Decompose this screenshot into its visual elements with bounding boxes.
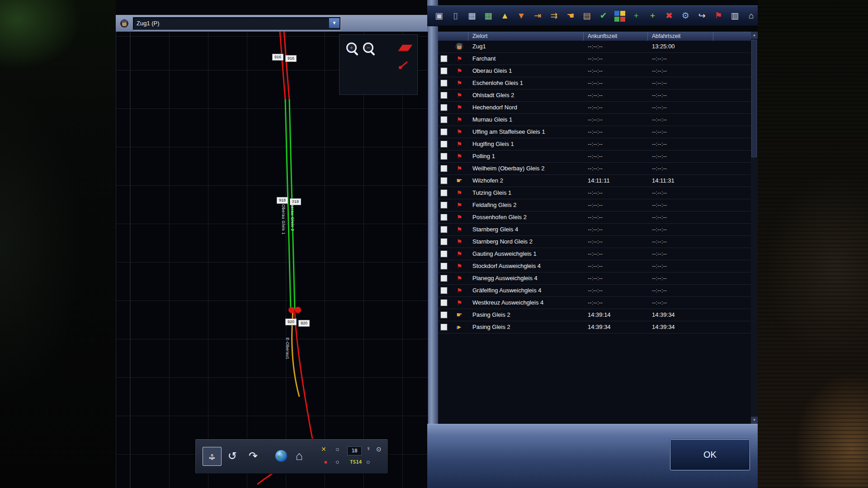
- row-checkbox[interactable]: [440, 153, 448, 160]
- table-row[interactable]: ⚑Polling 1--:--:----:--:--: [438, 150, 751, 163]
- row-checkbox[interactable]: [440, 67, 448, 75]
- checklist-icon[interactable]: ✔: [597, 9, 609, 23]
- departure-time: --:--:--: [652, 214, 667, 221]
- row-checkbox[interactable]: [440, 275, 448, 282]
- add-route-icon[interactable]: +: [646, 9, 659, 23]
- copy-timetable-icon[interactable]: ▤: [580, 9, 593, 23]
- clear-route-icon[interactable]: [398, 45, 413, 52]
- flag-tool-icon[interactable]: ⚑: [712, 9, 725, 23]
- row-checkbox[interactable]: [440, 238, 448, 245]
- table-row[interactable]: ⚑Starnberg Nord Gleis 2--:--:----:--:--: [438, 236, 751, 248]
- import-icon[interactable]: ↪: [696, 9, 708, 23]
- table-row[interactable]: ⚑Starnberg Gleis 4--:--:----:--:--: [438, 224, 751, 236]
- row-checkbox[interactable]: [440, 299, 448, 306]
- row-checkbox[interactable]: [440, 55, 448, 62]
- table-row[interactable]: ⚑Planegg Ausweichgleis 4--:--:----:--:--: [438, 272, 751, 285]
- row-checkbox[interactable]: [440, 202, 448, 209]
- table-row[interactable]: ☛Wilzhofen 214:11:1114:11:31: [438, 175, 751, 187]
- edit-route-icon[interactable]: [398, 58, 410, 70]
- row-checkbox[interactable]: [440, 226, 448, 233]
- scrollbar[interactable]: ▲ ▼: [751, 32, 758, 424]
- grid-large-icon[interactable]: ▦: [482, 9, 495, 23]
- table-row[interactable]: ⚑Gräfelfing Ausweichgleis 4--:--:----:--…: [438, 285, 751, 297]
- table-row[interactable]: ⚑Tutzing Gleis 1--:--:----:--:--: [438, 187, 751, 199]
- pan-icon[interactable]: ↔↕: [203, 447, 222, 466]
- row-checkbox[interactable]: [440, 214, 448, 221]
- row-checkbox[interactable]: [440, 189, 448, 197]
- move-down-icon[interactable]: ▼: [515, 9, 528, 23]
- row-checkbox[interactable]: [440, 287, 448, 294]
- table-row[interactable]: Zug1--:--:--13:25:00: [438, 41, 751, 53]
- home-icon[interactable]: ⌂: [290, 447, 308, 465]
- globe-icon[interactable]: [272, 447, 290, 465]
- move-up-icon[interactable]: ▲: [498, 9, 511, 23]
- row-checkbox[interactable]: [440, 250, 448, 258]
- table-row[interactable]: ⚑Uffing am Staffelsee Gleis 1--:--:----:…: [438, 126, 751, 138]
- row-checkbox[interactable]: [440, 141, 448, 148]
- column-abfahrtszeit[interactable]: Abfahrtszeit: [652, 33, 680, 39]
- rotate-icon[interactable]: ↺: [223, 447, 241, 465]
- row-checkbox[interactable]: [440, 128, 448, 136]
- keys-icon[interactable]: ▥: [728, 9, 741, 23]
- destination-label: Westkreuz Ausweichgleis 4: [472, 299, 543, 306]
- track-map[interactable]: 916 916 918 918 920 920 Oberau Gleis 1 O…: [116, 32, 428, 488]
- jump-icon[interactable]: ↷: [244, 447, 262, 465]
- scroll-down-icon[interactable]: ▼: [751, 417, 758, 424]
- row-checkbox[interactable]: [440, 177, 448, 184]
- table-row[interactable]: ⚑Huglfing Gleis 1--:--:----:--:--: [438, 138, 751, 150]
- flag-icon: ⚑: [455, 201, 463, 209]
- delete-route-icon[interactable]: ✖: [663, 9, 675, 23]
- arrival-time: --:--:--: [588, 80, 603, 86]
- row-checkbox[interactable]: [440, 263, 448, 270]
- table-row[interactable]: ⚑Hechendorf Nord--:--:----:--:--: [438, 102, 751, 114]
- row-checkbox[interactable]: [440, 311, 448, 319]
- table-row[interactable]: ⚑Possenhofen Gleis 2--:--:----:--:--: [438, 211, 751, 224]
- destination-label: Possenhofen Gleis 2: [472, 214, 527, 221]
- row-checkbox[interactable]: [440, 116, 448, 123]
- delete-icon[interactable]: ▯: [449, 9, 462, 23]
- modules-icon[interactable]: [613, 9, 626, 23]
- scroll-thumb[interactable]: [751, 40, 757, 157]
- arrival-time: --:--:--: [588, 67, 603, 74]
- train-selector[interactable]: Zug1 (P) ▼: [133, 17, 340, 30]
- row-checkbox[interactable]: [440, 80, 448, 87]
- arrival-time: --:--:--: [588, 263, 603, 269]
- depot-icon[interactable]: ⌂: [745, 9, 758, 23]
- row-checkbox[interactable]: [440, 92, 448, 99]
- table-row[interactable]: ⚑Westkreuz Ausweichgleis 4--:--:----:--:…: [438, 297, 751, 309]
- column-ankunftszeit[interactable]: Ankunftszeit: [588, 33, 617, 39]
- scroll-up-icon[interactable]: ▲: [751, 32, 758, 39]
- table-row[interactable]: ⚑Eschenlohe Gleis 1--:--:----:--:--: [438, 77, 751, 89]
- table-row[interactable]: ⚑Murnau Gleis 1--:--:----:--:--: [438, 114, 751, 126]
- table-row[interactable]: ⚑Feldafing Gleis 2--:--:----:--:--: [438, 199, 751, 211]
- table-row[interactable]: ►Pasing Gleis 214:39:3414:39:34: [438, 321, 751, 333]
- flag-icon: ⚑: [455, 152, 463, 160]
- grid-small-icon[interactable]: ▦: [466, 9, 478, 23]
- table-row[interactable]: ⚑Farchant--:--:----:--:--: [438, 53, 751, 65]
- route-arrow-icon: ►: [455, 323, 463, 331]
- row-checkbox[interactable]: [440, 324, 448, 331]
- departure-time: --:--:--: [652, 275, 667, 282]
- table-row[interactable]: ☛Pasing Gleis 214:39:1414:39:34: [438, 309, 751, 321]
- destination-label: Planegg Ausweichgleis 4: [472, 275, 538, 282]
- dropdown-arrow-icon[interactable]: ▼: [329, 18, 340, 28]
- hand-tool-icon[interactable]: ☚: [564, 9, 577, 23]
- save-icon[interactable]: ▣: [433, 9, 445, 23]
- table-row[interactable]: ⚑Ohlstadt Gleis 2--:--:----:--:--: [438, 89, 751, 102]
- table-row[interactable]: ⚑Oberau Gleis 1--:--:----:--:--: [438, 65, 751, 77]
- table-row[interactable]: ⚑Weilheim (Oberbay) Gleis 2--:--:----:--…: [438, 163, 751, 175]
- column-zielort[interactable]: Zielort: [472, 33, 487, 39]
- zoom-out-icon[interactable]: −: [363, 42, 376, 56]
- zoom-in-icon[interactable]: +: [346, 42, 359, 56]
- table-row[interactable]: ⚑Gauting Ausweichgleis 1--:--:----:--:--: [438, 248, 751, 260]
- row-checkbox[interactable]: [440, 104, 448, 111]
- table-row[interactable]: ⚑Stockdorf Ausweichgleis 4--:--:----:--:…: [438, 260, 751, 272]
- lamp-icon: ○: [335, 458, 339, 465]
- branch-icon[interactable]: ⇉: [547, 9, 560, 23]
- add-node-icon[interactable]: +: [630, 9, 642, 23]
- settings-icon[interactable]: ⚙: [679, 9, 692, 23]
- ok-button[interactable]: OK: [670, 439, 750, 470]
- destination-label: Hechendorf Nord: [472, 104, 517, 111]
- row-checkbox[interactable]: [440, 165, 448, 172]
- insert-stop-icon[interactable]: ⇥: [531, 9, 544, 23]
